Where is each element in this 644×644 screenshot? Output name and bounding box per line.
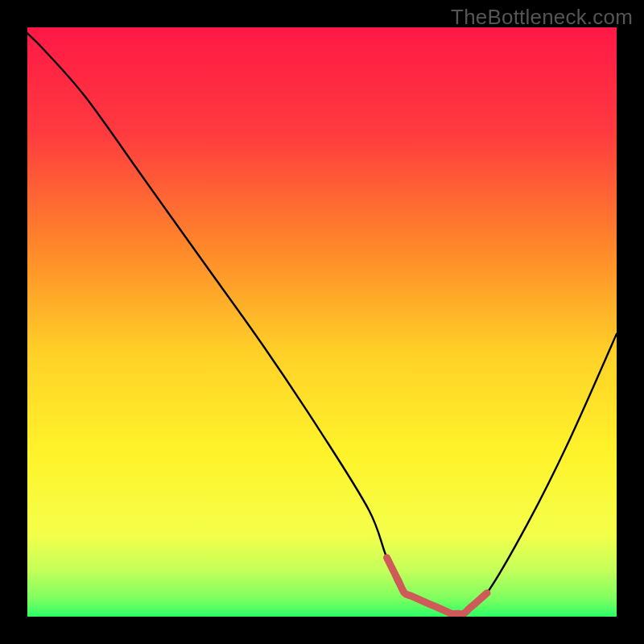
gradient-background [27, 27, 617, 617]
watermark-text: TheBottleneck.com [451, 5, 633, 30]
chart-plot-area [27, 27, 617, 617]
bottleneck-chart [27, 27, 617, 617]
